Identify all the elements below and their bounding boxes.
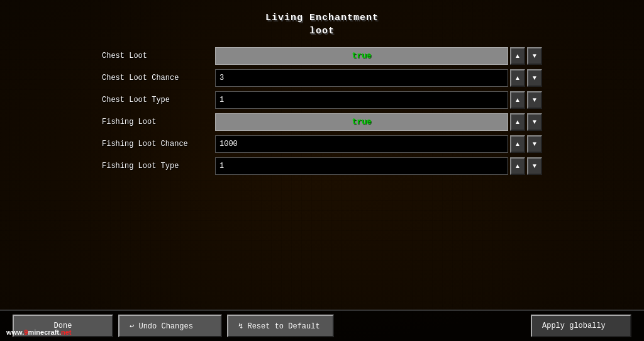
- down-arrow-chest-loot-chance[interactable]: ▼: [527, 69, 542, 87]
- config-row-fishing-loot-chance: Fishing Loot Chance▲▼: [102, 133, 542, 154]
- input-area-fishing-loot-type: ▲▼: [215, 157, 542, 175]
- input-area-fishing-loot-chance: ▲▼: [215, 135, 542, 153]
- toggle-fishing-loot[interactable]: true: [215, 113, 508, 131]
- page-wrapper: Living Enchantment loot Chest Loottrue▲▼…: [0, 0, 644, 341]
- label-chest-loot: Chest Loot: [102, 52, 215, 60]
- input-chest-loot-chance[interactable]: [215, 69, 508, 87]
- down-arrow-chest-loot-type[interactable]: ▼: [527, 91, 542, 109]
- up-arrow-fishing-loot[interactable]: ▲: [510, 113, 525, 131]
- config-row-fishing-loot-type: Fishing Loot Type▲▼: [102, 155, 542, 176]
- input-area-chest-loot-chance: ▲▼: [215, 69, 542, 87]
- toggle-chest-loot[interactable]: true: [215, 47, 508, 65]
- title-area: Living Enchantment loot: [265, 11, 379, 38]
- label-chest-loot-chance: Chest Loot Chance: [102, 74, 215, 82]
- down-arrow-fishing-loot-chance[interactable]: ▼: [527, 135, 542, 153]
- label-fishing-loot: Fishing Loot: [102, 118, 215, 126]
- down-arrow-fishing-loot-type[interactable]: ▼: [527, 157, 542, 175]
- down-arrow-chest-loot[interactable]: ▼: [527, 47, 542, 65]
- label-fishing-loot-type: Fishing Loot Type: [102, 162, 215, 170]
- up-arrow-chest-loot-chance[interactable]: ▲: [510, 69, 525, 87]
- config-row-fishing-loot: Fishing Loottrue▲▼: [102, 111, 542, 132]
- input-area-chest-loot-type: ▲▼: [215, 91, 542, 109]
- up-arrow-chest-loot[interactable]: ▲: [510, 47, 525, 65]
- up-arrow-chest-loot-type[interactable]: ▲: [510, 91, 525, 109]
- config-row-chest-loot: Chest Loottrue▲▼: [102, 45, 542, 66]
- title-line2: loot: [265, 25, 379, 38]
- input-chest-loot-type[interactable]: [215, 91, 508, 109]
- input-area-fishing-loot: true▲▼: [215, 113, 542, 131]
- config-panel: Chest Loottrue▲▼Chest Loot Chance▲▼Chest…: [102, 45, 542, 177]
- config-row-chest-loot-chance: Chest Loot Chance▲▼: [102, 67, 542, 88]
- label-fishing-loot-chance: Fishing Loot Chance: [102, 140, 215, 148]
- down-arrow-fishing-loot[interactable]: ▼: [527, 113, 542, 131]
- title-line1: Living Enchantment: [265, 11, 379, 25]
- up-arrow-fishing-loot-type[interactable]: ▲: [510, 157, 525, 175]
- input-fishing-loot-type[interactable]: [215, 157, 508, 175]
- label-chest-loot-type: Chest Loot Type: [102, 96, 215, 104]
- input-fishing-loot-chance[interactable]: [215, 135, 508, 153]
- up-arrow-fishing-loot-chance[interactable]: ▲: [510, 135, 525, 153]
- input-area-chest-loot: true▲▼: [215, 47, 542, 65]
- config-row-chest-loot-type: Chest Loot Type▲▼: [102, 89, 542, 110]
